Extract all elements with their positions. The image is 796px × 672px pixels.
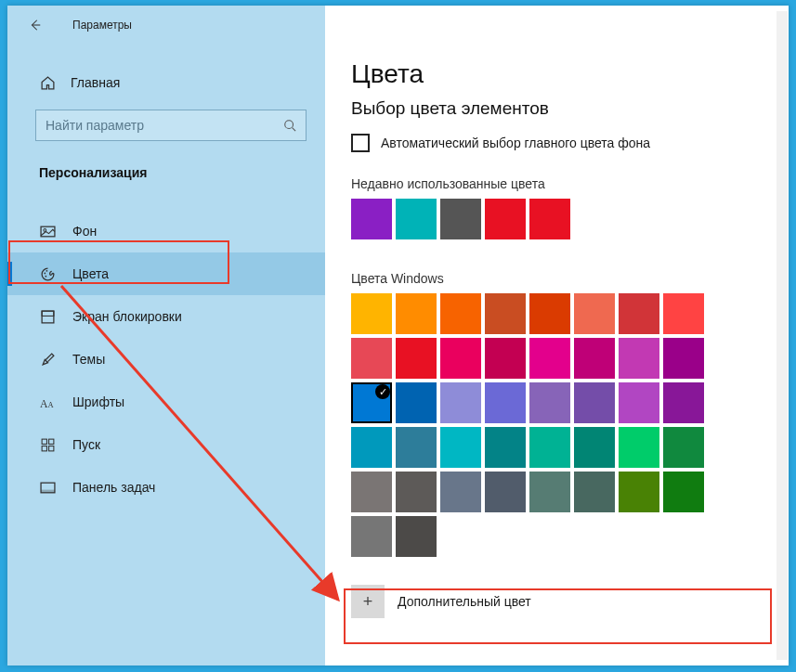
windows-color-swatch[interactable] — [619, 427, 659, 468]
auto-color-checkbox[interactable]: Автоматический выбор главного цвета фона — [351, 134, 779, 152]
font-icon: AA — [39, 394, 56, 410]
home-label: Главная — [71, 75, 120, 90]
windows-color-swatch[interactable] — [396, 338, 437, 379]
windows-color-swatch[interactable] — [574, 382, 615, 423]
sidebar-item-label: Шрифты — [72, 394, 124, 409]
svg-rect-15 — [41, 489, 55, 492]
plus-icon: + — [351, 585, 385, 618]
palette-icon — [39, 265, 56, 282]
windows-color-swatch[interactable] — [351, 427, 392, 468]
windows-color-swatch[interactable] — [485, 427, 526, 468]
windows-color-swatch[interactable] — [396, 472, 437, 512]
recent-color-swatch[interactable] — [396, 199, 437, 239]
windows-color-swatch[interactable] — [396, 293, 437, 334]
windows-color-swatch[interactable] — [619, 472, 659, 512]
windows-color-swatch[interactable] — [663, 382, 704, 423]
custom-color-button[interactable]: + Дополнительный цвет — [351, 579, 779, 624]
windows-color-swatch[interactable] — [440, 293, 481, 334]
windows-color-swatch[interactable] — [663, 338, 704, 379]
picture-icon — [39, 223, 56, 239]
windows-color-swatch[interactable] — [619, 338, 659, 379]
category-heading: Персонализация — [7, 158, 325, 187]
windows-color-swatch[interactable] — [529, 472, 570, 512]
windows-color-swatch[interactable] — [529, 338, 570, 379]
svg-rect-6 — [42, 311, 54, 323]
svg-point-0 — [285, 121, 294, 129]
sidebar-item-start[interactable]: Пуск — [7, 423, 325, 466]
svg-rect-1 — [41, 226, 55, 237]
svg-point-4 — [46, 269, 47, 271]
windows-color-swatch[interactable] — [485, 472, 526, 512]
recent-color-swatch[interactable] — [351, 199, 392, 239]
sidebar-item-label: Пуск — [72, 437, 100, 452]
windows-color-swatch[interactable] — [485, 293, 526, 334]
sidebar-item-palette[interactable]: Цвета — [7, 252, 325, 295]
main-pane: Цвета Выбор цвета элементов Автоматическ… — [325, 6, 789, 666]
scrollbar[interactable] — [776, 11, 788, 660]
sidebar-item-picture[interactable]: Фон — [7, 210, 325, 252]
brush-icon — [39, 351, 56, 368]
windows-color-swatch[interactable] — [529, 427, 570, 468]
recent-color-swatch[interactable] — [440, 199, 481, 239]
windows-color-swatch[interactable] — [440, 472, 481, 512]
windows-color-swatch[interactable] — [529, 293, 570, 334]
titlebar: Параметры — [7, 6, 325, 45]
taskbar-icon — [39, 479, 56, 496]
recent-color-swatch[interactable] — [529, 199, 570, 239]
windows-color-swatch[interactable] — [351, 293, 392, 334]
sidebar: Параметры Главная Персонализация ФонЦвет… — [7, 6, 325, 666]
search-input[interactable] — [46, 118, 283, 133]
windows-colors-grid: ✓ — [351, 293, 779, 557]
windows-color-swatch[interactable] — [440, 427, 481, 468]
check-icon: ✓ — [375, 384, 390, 399]
start-icon — [39, 436, 56, 453]
arrow-left-icon — [29, 19, 42, 32]
sidebar-item-brush[interactable]: Темы — [7, 338, 325, 381]
svg-rect-10 — [42, 439, 46, 444]
windows-color-swatch[interactable]: ✓ — [351, 382, 392, 423]
sidebar-item-label: Темы — [72, 352, 105, 367]
sidebar-item-lockscreen[interactable]: Экран блокировки — [7, 295, 325, 338]
windows-color-swatch[interactable] — [663, 427, 704, 468]
settings-window: Параметры Главная Персонализация ФонЦвет… — [7, 6, 789, 666]
section-subheading: Выбор цвета элементов — [351, 98, 779, 119]
windows-color-swatch[interactable] — [351, 338, 392, 379]
windows-color-swatch[interactable] — [574, 338, 615, 379]
windows-color-swatch[interactable] — [485, 382, 526, 423]
windows-color-swatch[interactable] — [440, 382, 481, 423]
home-icon — [39, 74, 56, 91]
windows-color-swatch[interactable] — [351, 516, 392, 557]
custom-color-label: Дополнительный цвет — [398, 594, 531, 609]
windows-color-swatch[interactable] — [529, 382, 570, 423]
recent-color-swatch[interactable] — [485, 199, 526, 239]
svg-rect-11 — [48, 439, 53, 444]
windows-color-swatch[interactable] — [663, 472, 704, 512]
windows-color-swatch[interactable] — [574, 472, 615, 512]
auto-color-label: Автоматический выбор главного цвета фона — [381, 136, 650, 150]
windows-color-swatch[interactable] — [396, 427, 437, 468]
svg-text:A: A — [47, 399, 54, 408]
windows-color-swatch[interactable] — [619, 382, 659, 423]
back-button[interactable] — [19, 8, 52, 42]
sidebar-item-label: Фон — [72, 224, 97, 239]
lockscreen-icon — [39, 308, 56, 325]
windows-color-swatch[interactable] — [440, 338, 481, 379]
svg-rect-13 — [48, 446, 53, 450]
nav-list: ФонЦветаЭкран блокировкиТемыAAШрифтыПуск… — [7, 210, 325, 509]
sidebar-item-taskbar[interactable]: Панель задач — [7, 466, 325, 509]
windows-color-swatch[interactable] — [396, 516, 437, 557]
sidebar-item-label: Панель задач — [72, 480, 155, 495]
windows-color-swatch[interactable] — [619, 293, 659, 334]
sidebar-item-label: Цвета — [72, 266, 109, 281]
search-box[interactable] — [35, 110, 307, 141]
home-button[interactable]: Главная — [7, 65, 325, 100]
windows-color-swatch[interactable] — [485, 338, 526, 379]
windows-color-swatch[interactable] — [574, 427, 615, 468]
recent-colors-label: Недавно использованные цвета — [351, 176, 779, 191]
windows-color-swatch[interactable] — [351, 472, 392, 512]
svg-point-2 — [43, 228, 46, 231]
windows-color-swatch[interactable] — [396, 382, 437, 423]
sidebar-item-font[interactable]: AAШрифты — [7, 381, 325, 423]
windows-color-swatch[interactable] — [663, 293, 704, 334]
windows-color-swatch[interactable] — [574, 293, 615, 334]
